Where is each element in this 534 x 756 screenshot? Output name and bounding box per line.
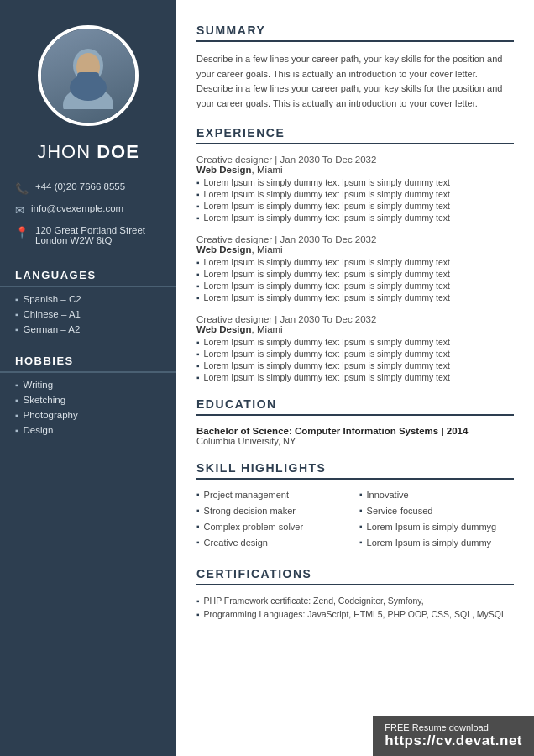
- summary-section: SUMMARY Describe in a few lines your car…: [196, 24, 514, 111]
- list-item: Lorem Ipsum is simply dummy text Ipsum i…: [196, 201, 514, 211]
- skill-item: Project management: [196, 490, 351, 500]
- exp-bullets: Lorem Ipsum is simply dummy text Ipsum i…: [196, 257, 514, 302]
- edu-degree: Bachelor of Science: Computer Informatio…: [196, 426, 514, 436]
- svg-point-5: [70, 74, 107, 101]
- skills-title: SKILL HIGHLIGHTS: [196, 461, 514, 480]
- list-item: Sketching: [15, 395, 161, 405]
- list-item: Photography: [15, 410, 161, 420]
- list-item: Lorem Ipsum is simply dummy text Ipsum i…: [196, 177, 514, 187]
- address-contact: 📍 120 Great Portland Street London W2W 6…: [15, 225, 161, 245]
- address-value: 120 Great Portland Street London W2W 6tQ: [35, 225, 145, 245]
- list-item: Lorem Ipsum is simply dummy text Ipsum i…: [196, 337, 514, 347]
- last-name: DOE: [97, 141, 139, 162]
- first-name: JHON: [37, 141, 97, 162]
- exp-company: Web Design, Miami: [196, 324, 514, 334]
- edu-school: Columbia University, NY: [196, 436, 514, 446]
- avatar: [38, 25, 139, 126]
- list-item: Lorem Ipsum is simply dummy text Ipsum i…: [196, 213, 514, 223]
- skill-item: Complex problem solver: [196, 522, 351, 532]
- hobbies-section: Writing Sketching Photography Design: [0, 380, 176, 440]
- exp-job-title: Creative designer | Jan 2030 To Dec 2032: [196, 155, 514, 165]
- list-item: Design: [15, 425, 161, 435]
- summary-title: SUMMARY: [196, 24, 514, 42]
- list-item: Lorem Ipsum is simply dummy text Ipsum i…: [196, 360, 514, 370]
- skill-item: Lorem Ipsum is simply dummy: [359, 538, 514, 548]
- list-item: Lorem Ipsum is simply dummy text Ipsum i…: [196, 269, 514, 279]
- exp-bullets: Lorem Ipsum is simply dummy text Ipsum i…: [196, 337, 514, 382]
- experience-entry: Creative designer | Jan 2030 To Dec 2032…: [196, 314, 514, 382]
- experience-section: EXPERIENCE Creative designer | Jan 2030 …: [196, 126, 514, 382]
- list-item: PHP Framework certificate: Zend, Codeign…: [196, 596, 514, 606]
- main-content: SUMMARY Describe in a few lines your car…: [176, 0, 534, 756]
- list-item: Programming Languages: JavaScript, HTML5…: [196, 609, 514, 619]
- phone-value: +44 (0)20 7666 8555: [35, 181, 125, 192]
- languages-title: LANGUAGES: [0, 269, 176, 287]
- sidebar: JHON DOE 📞 +44 (0)20 7666 8555 ✉ info@cv…: [0, 0, 176, 756]
- list-item: Writing: [15, 380, 161, 390]
- skills-grid: Project management Innovative Strong dec…: [196, 490, 514, 552]
- list-item: Lorem Ipsum is simply dummy text Ipsum i…: [196, 349, 514, 359]
- certifications-section: CERTIFICATIONS PHP Framework certificate…: [196, 567, 514, 619]
- email-icon: ✉: [15, 204, 24, 217]
- list-item: Chinese – A1: [15, 309, 161, 319]
- phone-contact: 📞 +44 (0)20 7666 8555: [15, 181, 161, 195]
- summary-text: Describe in a few lines your career path…: [196, 52, 514, 111]
- list-item: Lorem Ipsum is simply dummy text Ipsum i…: [196, 189, 514, 199]
- experience-entry: Creative designer | Jan 2030 To Dec 2032…: [196, 155, 514, 223]
- list-item: German – A2: [15, 324, 161, 334]
- email-value: info@cvexemple.com: [31, 203, 123, 213]
- education-entry: Bachelor of Science: Computer Informatio…: [196, 426, 514, 446]
- svg-point-3: [77, 53, 99, 75]
- list-item: Spanish – C2: [15, 294, 161, 304]
- skill-item: Innovative: [359, 490, 514, 500]
- email-contact: ✉ info@cvexemple.com: [15, 203, 161, 217]
- education-title: EDUCATION: [196, 397, 514, 416]
- phone-icon: 📞: [15, 182, 29, 195]
- list-item: Lorem Ipsum is simply dummy text Ipsum i…: [196, 281, 514, 291]
- experience-title: EXPERIENCE: [196, 126, 514, 144]
- hobbies-title: HOBBIES: [0, 354, 176, 373]
- exp-job-title: Creative designer | Jan 2030 To Dec 2032: [196, 234, 514, 244]
- skill-item: Lorem Ipsum is simply dummyg: [359, 522, 514, 532]
- exp-company: Web Design, Miami: [196, 165, 514, 175]
- experience-entry: Creative designer | Jan 2030 To Dec 2032…: [196, 234, 514, 302]
- list-item: Lorem Ipsum is simply dummy text Ipsum i…: [196, 292, 514, 302]
- contact-section: 📞 +44 (0)20 7666 8555 ✉ info@cvexemple.c…: [0, 181, 176, 254]
- name-block: JHON DOE: [37, 141, 139, 163]
- skills-section: SKILL HIGHLIGHTS Project management Inno…: [196, 461, 514, 552]
- list-item: Lorem Ipsum is simply dummy text Ipsum i…: [196, 257, 514, 267]
- skill-item: Strong decision maker: [196, 506, 351, 516]
- languages-list: Spanish – C2 Chinese – A1 German – A2: [15, 294, 161, 334]
- exp-company: Web Design, Miami: [196, 244, 514, 255]
- avatar-image: [55, 42, 122, 109]
- exp-job-title: Creative designer | Jan 2030 To Dec 2032: [196, 314, 514, 324]
- certifications-title: CERTIFICATIONS: [196, 567, 514, 585]
- list-item: Lorem Ipsum is simply dummy text Ipsum i…: [196, 372, 514, 382]
- education-section: EDUCATION Bachelor of Science: Computer …: [196, 397, 514, 446]
- exp-bullets: Lorem Ipsum is simply dummy text Ipsum i…: [196, 177, 514, 223]
- certifications-list: PHP Framework certificate: Zend, Codeign…: [196, 596, 514, 619]
- hobbies-list: Writing Sketching Photography Design: [15, 380, 161, 435]
- skill-item: Service-focused: [359, 506, 514, 516]
- location-icon: 📍: [15, 226, 29, 239]
- skill-item: Creative design: [196, 538, 351, 548]
- languages-section: Spanish – C2 Chinese – A1 German – A2: [0, 294, 176, 339]
